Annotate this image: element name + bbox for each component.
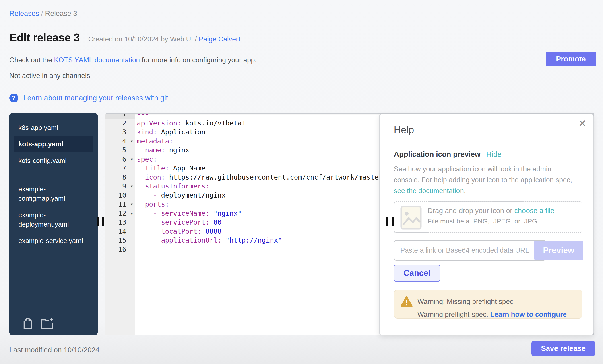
file-sidebar: k8s-app.yamlkots-app.yamlkots-config.yam…	[9, 113, 98, 335]
learn-how-to-configure-link[interactable]: Learn how to configure	[490, 310, 567, 318]
choose-a-file-link[interactable]: choose a file	[514, 207, 555, 215]
created-text: Created on 10/10/2024 by Web UI /	[88, 35, 199, 43]
question-icon: ?	[9, 94, 18, 102]
title-row: Edit release 3 Created on 10/10/2024 by …	[9, 31, 240, 44]
file-item-example-deployment.yaml[interactable]: example-deployment.yaml	[14, 207, 93, 232]
line-number: 2	[105, 119, 135, 128]
page-title: Edit release 3	[9, 31, 80, 44]
warning-title: Warning: Missing preflight spec	[417, 298, 513, 306]
save-release-button[interactable]: Save release	[531, 341, 595, 356]
new-folder-icon[interactable]	[41, 318, 54, 329]
breadcrumb-separator: /	[39, 9, 45, 17]
fold-arrow-icon[interactable]: ▾	[131, 155, 133, 164]
help-panel-title: Help	[394, 124, 414, 135]
help-resize-handle-bar[interactable]	[392, 217, 394, 226]
git-help-row: ? Learn about managing your releases wit…	[9, 94, 168, 102]
edit-release-page: { "colors": { "accent_blue_link": "#4478…	[0, 0, 603, 364]
fold-arrow-icon[interactable]: ▾	[131, 182, 133, 191]
dropzone-text: Drag and drop your icon or choose a file…	[428, 207, 554, 225]
line-number: 4▾	[105, 137, 135, 146]
close-icon[interactable]: ✕	[578, 119, 587, 128]
file-item-kots-config.yaml[interactable]: kots-config.yaml	[14, 152, 93, 169]
icon-preview-section-header: Application icon preview Hide	[394, 150, 501, 159]
line-number: 3	[105, 128, 135, 137]
line-number: 10	[105, 191, 135, 200]
icon-preview-description: See how your application icon will look …	[394, 164, 572, 196]
help-panel: ✕ Help Application icon preview Hide See…	[379, 114, 594, 335]
dropzone-file-types: File must be a .PNG, .JPEG, or .JPG	[428, 217, 554, 225]
file-item-example-configmap.yaml[interactable]: example-configmap.yaml	[14, 181, 93, 207]
dropzone-line1-text: Drag and drop your icon or	[428, 207, 514, 215]
hide-link[interactable]: Hide	[486, 150, 501, 159]
icon-dropzone[interactable]: Drag and drop your icon or choose a file…	[394, 201, 582, 233]
desc-line-3: see the documentation.	[394, 185, 572, 196]
breadcrumb-releases-link[interactable]: Releases	[9, 9, 39, 17]
image-placeholder-icon	[400, 205, 422, 231]
see-documentation-link[interactable]: see the documentation	[394, 187, 464, 195]
gutter-lines: 1234▾56▾789▾1011▾12▾13141516	[105, 113, 135, 254]
warning-detail-text: Warning preflight-spec.	[417, 310, 490, 318]
sidebar-actions	[22, 318, 54, 329]
line-number: 16	[105, 245, 135, 254]
sidebar-resize-handle-bar[interactable]	[97, 217, 99, 226]
line-number: 5	[105, 146, 135, 155]
fold-arrow-icon[interactable]: ▾	[131, 137, 133, 146]
cancel-button[interactable]: Cancel	[394, 265, 440, 282]
line-number: 14	[105, 227, 135, 236]
icon-url-input[interactable]	[394, 240, 546, 261]
file-item-example-service.yaml[interactable]: example-service.yaml	[14, 232, 93, 249]
line-number: 1	[105, 113, 135, 119]
editor-gutter: 1234▾56▾789▾1011▾12▾13141516	[105, 114, 135, 335]
line-number: 12▾	[105, 209, 135, 218]
warning-triangle-icon	[401, 296, 413, 308]
file-list: k8s-app.yamlkots-app.yamlkots-config.yam…	[9, 119, 98, 249]
line-number: 8	[105, 173, 135, 182]
last-modified-text: Last modified on 10/10/2024	[9, 346, 99, 354]
line-number: 7	[105, 164, 135, 173]
line-number: 11▾	[105, 200, 135, 209]
fold-arrow-icon[interactable]: ▾	[131, 200, 133, 209]
sidebar-divider	[14, 175, 93, 175]
intro-pre: Check out the	[9, 56, 54, 64]
git-help-link[interactable]: Learn about managing your releases with …	[23, 94, 168, 102]
line-number: 9▾	[105, 182, 135, 191]
promote-button[interactable]: Promote	[546, 52, 596, 66]
new-file-icon[interactable]	[22, 318, 33, 329]
kots-yaml-docs-link[interactable]: KOTS YAML documentation	[54, 56, 140, 64]
help-resize-handle-bar[interactable]	[386, 217, 388, 226]
intro-text: Check out the KOTS YAML documentation fo…	[9, 56, 257, 64]
desc-line-2: console. For help adding your icon to th…	[394, 175, 572, 185]
preview-button[interactable]: Preview	[534, 241, 583, 260]
created-by-link[interactable]: Paige Calvert	[199, 35, 240, 43]
breadcrumb: Releases / Release 3	[9, 9, 77, 18]
preflight-warning-box: Warning: Missing preflight spec Warning …	[394, 290, 582, 319]
warning-detail: Warning preflight-spec. Learn how to con…	[417, 310, 567, 319]
line-number: 13	[105, 218, 135, 227]
breadcrumb-current: Release 3	[45, 9, 77, 17]
file-item-k8s-app.yaml[interactable]: k8s-app.yaml	[14, 119, 93, 136]
intro-post: for more info on configuring your app.	[140, 56, 257, 64]
fold-arrow-icon[interactable]: ▾	[131, 209, 133, 218]
line-number: 15	[105, 236, 135, 245]
desc-line-1: See how your application icon will look …	[394, 164, 572, 175]
created-info: Created on 10/10/2024 by Web UI / Paige …	[88, 35, 240, 43]
desc-suffix: .	[464, 187, 466, 195]
icon-preview-heading: Application icon preview	[394, 150, 481, 159]
sidebar-resize-handle-bar[interactable]	[102, 217, 104, 226]
line-number: 6▾	[105, 155, 135, 164]
sidebar-bottom-divider	[14, 312, 93, 312]
channel-status: Not active in any channels	[9, 72, 90, 80]
file-item-kots-app.yaml[interactable]: kots-app.yaml	[14, 136, 93, 152]
